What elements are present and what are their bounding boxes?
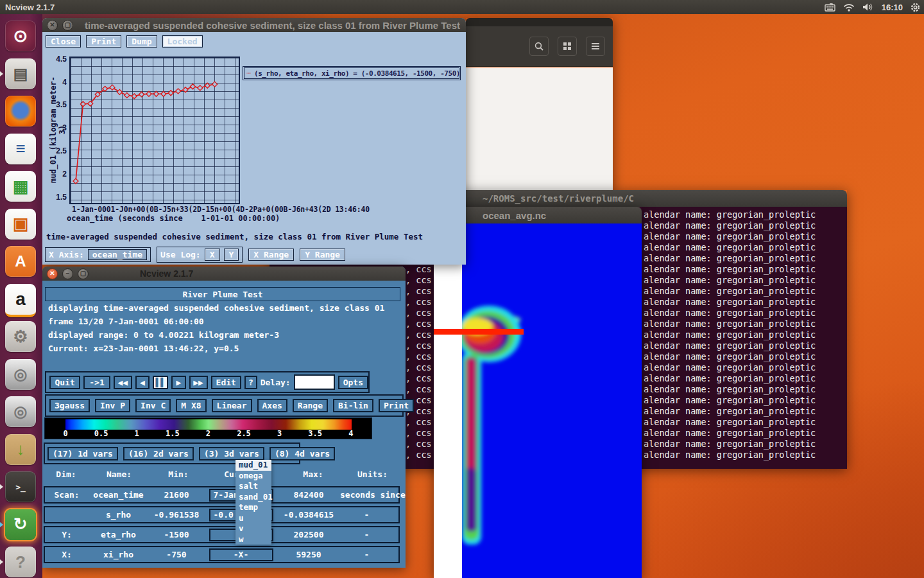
close-icon[interactable]: ✕ [47,268,58,279]
dropdown-item-v[interactable]: v [235,523,271,534]
maximize-icon[interactable]: ▢ [62,20,73,31]
log-x-button[interactable]: X [205,249,220,261]
colormap-button[interactable]: 3gauss [49,399,90,412]
bilin-button[interactable]: Bi-lin [333,399,373,412]
range-button[interactable]: Range [293,399,328,412]
step-forward-button[interactable]: ▶ [171,376,185,389]
vars-4d-button[interactable]: (8) 4d vars [270,447,335,460]
invert-p-button[interactable]: Inv P [95,399,130,412]
files-icon[interactable]: ▤ [5,58,36,89]
vars-3d-button[interactable]: (3) 3d vars [199,447,264,460]
dropdown-item-u[interactable]: u [235,513,271,524]
terminal-line-fragment: , ccs [406,264,432,274]
row-name: s_rho [89,510,148,520]
terminal-line-text: alendar name: gregorian_proleptic [644,264,816,274]
keyboard-indicator-icon[interactable] [825,3,835,12]
wifi-icon[interactable] [843,3,855,12]
firefox-icon[interactable] [5,96,36,127]
clock[interactable]: 16:10 [882,3,903,12]
search-icon[interactable] [529,37,549,56]
plot-window-title: time-averaged suspended cohesive sedimen… [85,20,460,31]
linear-button[interactable]: Linear [212,399,252,412]
libreoffice-impress-icon[interactable]: ▣ [5,209,36,240]
dropdown-item-mud_01[interactable]: mud_01 [235,460,271,471]
dropdown-item-temp[interactable]: temp [235,502,271,513]
disks-icon[interactable]: ◎ [5,359,36,390]
system-settings-icon[interactable]: ⚙ [5,321,36,352]
data-curve [69,57,240,204]
opts-button[interactable]: Opts [338,376,368,389]
axes-button[interactable]: Axes [257,399,287,412]
launcher: ⊙▤≡▦▣Aa⚙◎◎↓>_↻? [0,14,42,578]
terminal-line-text: alendar name: gregorian_proleptic [644,209,816,220]
current-value-button[interactable]: -X- [209,548,273,561]
x-axis-variable-button[interactable]: ocean_time [88,249,147,260]
terminal-line-text: alendar name: gregorian_proleptic [644,319,816,329]
col-min: Min: [150,469,207,479]
log-y-button[interactable]: Y [224,249,239,261]
fast-forward-button[interactable]: ▶▶ [189,376,208,389]
close-icon[interactable]: ✕ [47,20,58,31]
plume-plot[interactable] [434,223,642,578]
colorbar[interactable]: 00.511.522.533.54 [44,417,372,439]
x-range-button[interactable]: X Range [248,249,294,261]
menu-icon[interactable] [586,37,605,56]
vars-1d-button[interactable]: (17) 1d vars [47,447,118,460]
terminal-line-text: alendar name: gregorian_proleptic [644,253,816,263]
magnify-button[interactable]: M X8 [176,399,206,412]
close-button[interactable]: Close [46,35,81,48]
ubuntu-dash-icon[interactable]: ⊙ [5,21,36,51]
row-name: xi_rho [89,550,148,559]
ubuntu-software-icon[interactable]: A [5,246,36,277]
libreoffice-writer-icon[interactable]: ≡ [5,134,36,164]
dropdown-item-salt[interactable]: salt [235,481,271,492]
amazon-icon[interactable]: a [5,284,36,317]
y-range-button[interactable]: Y Range [300,249,345,261]
plot-window-titlebar[interactable]: ✕ ▢ time-averaged suspended cohesive sed… [42,18,466,32]
main-window-titlebar[interactable]: ✕ − ▢ Ncview 2.1.7 [42,267,406,281]
row-units: seconds since [340,490,393,500]
dump-button[interactable]: Dump [126,35,157,48]
dropdown-item-sand_01[interactable]: sand_01 [235,492,271,503]
goto-frame1-button[interactable]: ->1 [83,376,110,389]
file-manager-window [466,18,613,191]
plot-window: ✕ ▢ time-averaged suspended cohesive sed… [42,18,466,265]
help-icon[interactable]: ? [5,547,36,577]
libreoffice-calc-icon[interactable]: ▦ [5,171,36,202]
invert-c-button[interactable]: Inv C [135,399,171,412]
libreoffice-calc-icon-glyph: ▦ [13,177,29,197]
edit-button[interactable]: Edit [211,376,241,389]
x-axis-control: X Axis: ocean_time [45,247,151,262]
terminal-line-fragment: , ccs [406,340,432,351]
terminal-line-fragment: , ccs [406,417,432,427]
step-back-button[interactable]: ◀ [135,376,150,389]
terminal-line-fragment: , ccs [406,384,432,394]
disks2-icon[interactable]: ◎ [5,396,36,427]
quit-button[interactable]: Quit [49,376,80,389]
software-updater-icon[interactable]: ↻ [5,509,36,540]
variable-dropdown[interactable]: mud_01omegasaltsand_01tempuvw [235,460,271,545]
row-min: -1500 [148,530,205,539]
print-button[interactable]: Print [379,399,414,412]
delay-input[interactable] [294,374,335,390]
print-button[interactable]: Print [86,35,121,48]
vars-2d-button[interactable]: (16) 2d vars [123,447,194,460]
colorbar-tick: 4 [348,429,353,438]
col-units: Units: [345,469,400,479]
file-manager-titlebar[interactable] [466,18,613,26]
terminal-line-text: alendar name: gregorian_proleptic [644,362,816,372]
locked-button[interactable]: Locked [162,35,203,48]
terminal-icon[interactable]: >_ [5,471,36,502]
minimize-icon[interactable]: − [62,268,73,279]
row-units: - [340,510,393,520]
maximize-icon[interactable]: ▢ [78,268,89,279]
rewind-button[interactable]: ◀◀ [114,376,132,389]
help-button[interactable]: ? [244,376,257,389]
volume-icon[interactable] [862,3,874,12]
dropdown-item-omega[interactable]: omega [235,471,271,482]
grid-view-icon[interactable] [558,37,577,56]
pause-button[interactable]: ▌▌ [153,376,168,389]
package-icon[interactable]: ↓ [5,434,36,465]
dropdown-item-w[interactable]: w [235,534,271,545]
session-gear-icon[interactable] [911,3,920,12]
